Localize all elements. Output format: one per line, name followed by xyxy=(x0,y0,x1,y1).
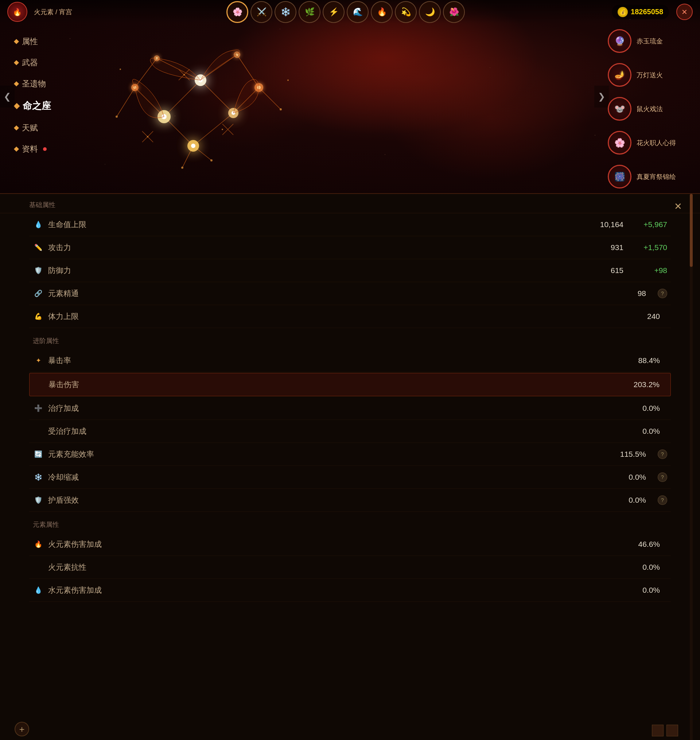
svg-line-3 xyxy=(193,113,233,146)
bottom-corner-icons xyxy=(652,725,678,736)
close-button-top[interactable]: ✕ xyxy=(676,4,693,20)
const-node-3[interactable]: 🐭 鼠火戏法 xyxy=(608,97,689,120)
diamond-icon-3 xyxy=(14,81,19,87)
character-tabs: 🌸 ⚔️ ❄️ 🌿 ⚡ 🌊 🔥 💫 🌙 🌺 xyxy=(82,1,609,23)
stat-value-hp: 10,164 xyxy=(600,220,624,229)
const-node-4[interactable]: 🌸 花火职人心得 xyxy=(608,131,689,154)
stat-icon-shield: 🛡️ xyxy=(33,495,44,506)
add-button[interactable]: ＋ xyxy=(15,722,29,736)
sidebar-item-attributes[interactable]: 属性 xyxy=(11,31,69,52)
stat-row-critdmg: 暴击伤害 203.2% xyxy=(29,373,671,396)
char-tab-1[interactable]: 🌸 xyxy=(226,1,248,23)
const-node-2[interactable]: 🪔 万灯送火 xyxy=(608,63,689,87)
stat-row-incoming-healing: 受治疗加成 0.0% xyxy=(29,420,671,443)
sidebar-item-weapon[interactable]: 武器 xyxy=(11,52,69,73)
char-tab-7[interactable]: 🔥 xyxy=(371,1,393,23)
const-node-label-5: 真夏宵祭锦绘 xyxy=(637,172,676,181)
stat-row-def: 🛡️ 防御力 615 +98 xyxy=(29,259,671,282)
stat-icon-def: 🛡️ xyxy=(33,265,44,276)
svg-point-38 xyxy=(181,167,183,169)
help-icon-em[interactable]: ? xyxy=(658,289,667,298)
stat-row-healing: ➕ 治疗加成 0.0% xyxy=(29,397,671,420)
stat-name-critrate: 暴击率 xyxy=(48,355,638,366)
stat-row-recharge: 🔄 元素充能效率 115.5% ? xyxy=(29,443,671,466)
section-header-advanced: 进阶属性 xyxy=(29,328,671,349)
const-node-label-3: 鼠火戏法 xyxy=(637,104,663,113)
section-title-element: 元素属性 xyxy=(33,520,59,529)
stat-icon-em: 🔗 xyxy=(33,288,44,299)
svg-point-41 xyxy=(147,136,149,137)
diamond-icon-6 xyxy=(14,147,19,152)
const-node-5[interactable]: 🎆 真夏宵祭锦绘 xyxy=(608,165,689,188)
scrollbar[interactable] xyxy=(690,194,693,740)
corner-icon-2 xyxy=(666,725,678,736)
char-tab-5[interactable]: ⚡ xyxy=(323,1,344,23)
stat-icon-atk: ✏️ xyxy=(33,242,44,253)
const-node-label-4: 花火职人心得 xyxy=(637,138,676,147)
stat-name-recharge: 元素充能效率 xyxy=(48,449,620,459)
stats-table: 💧 生命值上限 10,164 +5,967 ✏️ 攻击力 931 +1,570 … xyxy=(0,213,700,602)
stat-row-critrate: ✦ 暴击率 88.4% xyxy=(29,349,671,372)
stat-name-def: 防御力 xyxy=(48,266,611,276)
close-button-panel[interactable]: ✕ xyxy=(671,199,685,214)
stat-row-pyro-res: 火元素抗性 0.0% xyxy=(29,556,671,579)
constellation-svg xyxy=(55,15,346,189)
stat-icon-critdmg xyxy=(33,379,44,390)
svg-point-36 xyxy=(116,116,118,118)
sidebar-item-artifacts[interactable]: 圣遗物 xyxy=(11,73,69,94)
char-tab-9[interactable]: 🌙 xyxy=(419,1,441,23)
svg-line-0 xyxy=(164,80,200,117)
corner-icon-1 xyxy=(652,725,663,736)
sidebar-item-constellation[interactable]: 命之座 xyxy=(11,94,69,117)
stat-row-stamina: 💪 体力上限 240 xyxy=(29,305,671,328)
constellation-nodes: 🔮 赤玉琉金 🪔 万灯送火 🐭 鼠火戏法 🌸 花火职人心得 🎆 真夏宵祭锦绘 ⚡… xyxy=(608,29,689,193)
sidebar-item-talents[interactable]: 天赋 xyxy=(11,117,69,138)
stat-value-recharge: 115.5% xyxy=(620,450,646,458)
nav-arrow-left[interactable]: ❮ xyxy=(0,86,15,107)
stat-value-critrate: 88.4% xyxy=(638,356,660,365)
stat-row-shield: 🛡️ 护盾强效 0.0% ? xyxy=(29,489,671,512)
svg-point-37 xyxy=(279,108,282,110)
stat-value-def: 615 xyxy=(611,266,624,275)
char-tab-4[interactable]: 🌿 xyxy=(299,1,321,23)
stat-icon-incoming-healing xyxy=(33,426,44,437)
section-header-element: 元素属性 xyxy=(29,512,671,533)
stat-row-em: 🔗 元素精通 98 ? xyxy=(29,282,671,305)
stat-name-cd-reduction: 冷却缩减 xyxy=(48,472,628,482)
stat-name-pyro-dmg: 火元素伤害加成 xyxy=(48,539,638,549)
char-tab-8[interactable]: 💫 xyxy=(395,1,417,23)
svg-point-42 xyxy=(183,74,185,75)
const-node-1[interactable]: 🔮 赤玉琉金 xyxy=(608,29,689,53)
stat-value-shield: 0.0% xyxy=(628,496,646,505)
const-node-label-1: 赤玉琉金 xyxy=(637,37,663,46)
nav-arrow-right[interactable]: ❯ xyxy=(594,86,609,107)
stat-row-atk: ✏️ 攻击力 931 +1,570 xyxy=(29,236,671,259)
svg-point-27 xyxy=(191,144,196,148)
currency-icon: 💰 xyxy=(618,7,628,17)
sidebar-item-profile[interactable]: 资料 xyxy=(11,138,69,160)
scrollbar-thumb xyxy=(690,194,693,267)
sidebar-label-talents: 天赋 xyxy=(22,122,38,134)
stat-icon-pyro-dmg: 🔥 xyxy=(33,539,44,550)
nav-breadcrumb: 火元素 / 宵宫 xyxy=(34,8,72,16)
stat-row-hydro-dmg: 💧 水元素伤害加成 0.0% xyxy=(29,579,671,602)
const-node-icon-2: 🪔 xyxy=(608,63,631,87)
stat-value-atk: 931 xyxy=(611,243,624,252)
svg-point-44 xyxy=(119,69,121,70)
char-tab-10[interactable]: 🌺 xyxy=(443,1,465,23)
bottom-panel: ✕ 基础属性 💧 生命值上限 10,164 +5,967 ✏️ 攻击力 931 … xyxy=(0,193,700,740)
char-tab-3[interactable]: ❄️ xyxy=(275,1,296,23)
char-tab-2[interactable]: ⚔️ xyxy=(250,1,272,23)
char-tab-6[interactable]: 🌊 xyxy=(347,1,369,23)
svg-point-39 xyxy=(210,159,213,162)
stat-value-pyro-dmg: 46.6% xyxy=(638,540,660,549)
diamond-icon-5 xyxy=(14,125,19,131)
stat-row-cd-reduction: ❄️ 冷却缩减 0.0% ? xyxy=(29,466,671,489)
help-icon-shield[interactable]: ? xyxy=(658,495,667,505)
section-title-advanced: 进阶属性 xyxy=(33,336,59,345)
stat-icon-healing: ➕ xyxy=(33,403,44,414)
stat-row-pyro-dmg: 🔥 火元素伤害加成 46.6% xyxy=(29,533,671,556)
help-icon-recharge[interactable]: ? xyxy=(658,449,667,459)
help-icon-cd[interactable]: ? xyxy=(658,473,667,482)
svg-point-40 xyxy=(222,129,223,130)
